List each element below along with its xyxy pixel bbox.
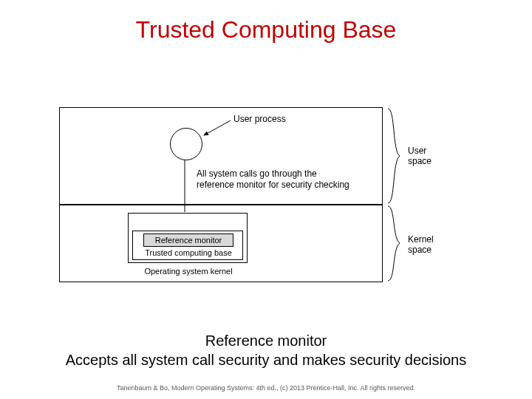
user-process-circle xyxy=(170,128,202,160)
tcb-box: Reference monitor Trusted computing base xyxy=(132,231,243,260)
user-space-label-2: space xyxy=(408,156,432,166)
arrow-caption-1: All system calls go through the xyxy=(197,168,317,179)
tcb-label: Trusted computing base xyxy=(133,248,244,257)
slide-title: Trusted Computing Base xyxy=(0,0,532,44)
os-kernel-box: Reference monitor Trusted computing base… xyxy=(128,213,248,263)
reference-monitor-box: Reference monitor xyxy=(143,233,233,247)
brace-kernel-space xyxy=(386,205,403,282)
copyright-footer: Tanenbaum & Bo, Modern Operating Systems… xyxy=(0,384,532,392)
caption-line-1: Reference monitor xyxy=(0,332,532,349)
os-kernel-label: Operating system kernel xyxy=(129,264,248,276)
brace-user-space xyxy=(386,107,403,205)
user-space-box xyxy=(59,107,383,205)
user-process-label: User process xyxy=(233,114,286,124)
user-space-label-1: User xyxy=(408,146,426,156)
tcb-diagram: Reference monitor Trusted computing base… xyxy=(59,107,477,292)
caption-line-2: Accepts all system call security and mak… xyxy=(0,352,532,369)
kernel-space-label-2: space xyxy=(408,245,432,255)
kernel-space-label-1: Kernel xyxy=(408,234,434,245)
arrow-caption-2: reference monitor for security checking xyxy=(197,180,349,190)
kernel-space-box: Reference monitor Trusted computing base… xyxy=(59,205,383,282)
